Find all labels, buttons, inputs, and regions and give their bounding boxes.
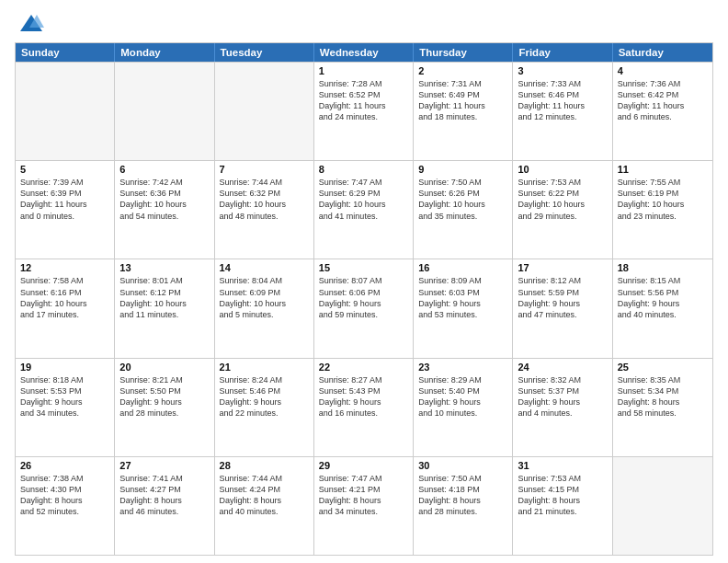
calendar-day-cell: 7Sunrise: 7:44 AM Sunset: 6:32 PM Daylig… (215, 161, 314, 259)
calendar-header: SundayMondayTuesdayWednesdayThursdayFrid… (16, 43, 712, 62)
calendar-day-cell: 27Sunrise: 7:41 AM Sunset: 4:27 PM Dayli… (115, 457, 214, 555)
day-info: Sunrise: 8:01 AM Sunset: 6:12 PM Dayligh… (119, 275, 209, 320)
day-info: Sunrise: 7:36 AM Sunset: 6:42 PM Dayligh… (618, 78, 708, 123)
day-number: 8 (319, 164, 408, 175)
weekday-header: Wednesday (314, 43, 414, 62)
calendar-day-cell: 26Sunrise: 7:38 AM Sunset: 4:30 PM Dayli… (16, 457, 115, 555)
day-number: 18 (618, 262, 708, 273)
calendar-day-cell: 28Sunrise: 7:44 AM Sunset: 4:24 PM Dayli… (215, 457, 314, 555)
calendar-day-cell: 23Sunrise: 8:29 AM Sunset: 5:40 PM Dayli… (414, 359, 513, 456)
calendar-day-cell: 20Sunrise: 8:21 AM Sunset: 5:50 PM Dayli… (115, 359, 214, 456)
day-info: Sunrise: 7:53 AM Sunset: 4:15 PM Dayligh… (518, 473, 607, 518)
empty-cell (115, 63, 214, 160)
day-number: 3 (518, 65, 607, 76)
calendar-day-cell: 14Sunrise: 8:04 AM Sunset: 6:09 PM Dayli… (215, 259, 314, 357)
day-info: Sunrise: 7:42 AM Sunset: 6:36 PM Dayligh… (119, 177, 209, 222)
day-info: Sunrise: 7:44 AM Sunset: 4:24 PM Dayligh… (220, 473, 309, 518)
day-info: Sunrise: 7:41 AM Sunset: 4:27 PM Dayligh… (119, 473, 209, 518)
calendar-day-cell: 8Sunrise: 7:47 AM Sunset: 6:29 PM Daylig… (314, 161, 414, 259)
calendar-row: 12Sunrise: 7:58 AM Sunset: 6:16 PM Dayli… (16, 259, 712, 357)
day-info: Sunrise: 8:12 AM Sunset: 5:59 PM Dayligh… (518, 275, 607, 320)
calendar-day-cell: 25Sunrise: 8:35 AM Sunset: 5:34 PM Dayli… (613, 359, 712, 456)
calendar-day-cell: 17Sunrise: 8:12 AM Sunset: 5:59 PM Dayli… (513, 259, 612, 357)
day-number: 1 (319, 65, 408, 76)
day-info: Sunrise: 8:35 AM Sunset: 5:34 PM Dayligh… (618, 374, 708, 419)
day-info: Sunrise: 7:31 AM Sunset: 6:49 PM Dayligh… (418, 78, 507, 123)
calendar-row: 19Sunrise: 8:18 AM Sunset: 5:53 PM Dayli… (16, 358, 712, 456)
day-info: Sunrise: 7:44 AM Sunset: 6:32 PM Dayligh… (220, 177, 309, 222)
day-info: Sunrise: 7:47 AM Sunset: 6:29 PM Dayligh… (319, 177, 408, 222)
day-info: Sunrise: 8:07 AM Sunset: 6:06 PM Dayligh… (319, 275, 408, 320)
calendar-day-cell: 24Sunrise: 8:32 AM Sunset: 5:37 PM Dayli… (513, 359, 612, 456)
day-number: 15 (319, 262, 408, 273)
day-info: Sunrise: 7:33 AM Sunset: 6:46 PM Dayligh… (518, 78, 607, 123)
day-number: 12 (20, 262, 109, 273)
calendar-day-cell: 29Sunrise: 7:47 AM Sunset: 4:21 PM Dayli… (314, 457, 414, 555)
day-info: Sunrise: 8:15 AM Sunset: 5:56 PM Dayligh… (618, 275, 708, 320)
calendar-row: 1Sunrise: 7:28 AM Sunset: 6:52 PM Daylig… (16, 62, 712, 160)
day-info: Sunrise: 8:24 AM Sunset: 5:46 PM Dayligh… (220, 374, 309, 419)
calendar-day-cell: 18Sunrise: 8:15 AM Sunset: 5:56 PM Dayli… (613, 259, 712, 357)
weekday-header: Friday (513, 43, 612, 62)
day-number: 30 (418, 460, 507, 471)
day-number: 23 (418, 362, 507, 373)
calendar-day-cell: 19Sunrise: 8:18 AM Sunset: 5:53 PM Dayli… (16, 359, 115, 456)
day-number: 20 (119, 362, 209, 373)
day-number: 11 (618, 164, 708, 175)
day-number: 16 (418, 262, 507, 273)
day-info: Sunrise: 7:47 AM Sunset: 4:21 PM Dayligh… (319, 473, 408, 518)
calendar-day-cell: 12Sunrise: 7:58 AM Sunset: 6:16 PM Dayli… (16, 259, 115, 357)
day-number: 10 (518, 164, 607, 175)
calendar: SundayMondayTuesdayWednesdayThursdayFrid… (15, 42, 713, 556)
day-info: Sunrise: 7:58 AM Sunset: 6:16 PM Dayligh… (20, 275, 109, 320)
day-info: Sunrise: 8:32 AM Sunset: 5:37 PM Dayligh… (518, 374, 607, 419)
day-info: Sunrise: 7:53 AM Sunset: 6:22 PM Dayligh… (518, 177, 607, 222)
day-number: 26 (20, 460, 109, 471)
day-info: Sunrise: 7:38 AM Sunset: 4:30 PM Dayligh… (20, 473, 109, 518)
calendar-day-cell: 22Sunrise: 8:27 AM Sunset: 5:43 PM Dayli… (314, 359, 414, 456)
day-number: 5 (20, 164, 109, 175)
day-number: 4 (618, 65, 708, 76)
empty-cell (16, 63, 115, 160)
weekday-header: Tuesday (215, 43, 314, 62)
day-info: Sunrise: 8:18 AM Sunset: 5:53 PM Dayligh… (20, 374, 109, 419)
day-number: 24 (518, 362, 607, 373)
day-number: 21 (220, 362, 309, 373)
weekday-header: Sunday (16, 43, 115, 62)
weekday-header: Saturday (613, 43, 712, 62)
day-info: Sunrise: 8:04 AM Sunset: 6:09 PM Dayligh… (220, 275, 309, 320)
empty-cell (613, 457, 712, 555)
calendar-day-cell: 6Sunrise: 7:42 AM Sunset: 6:36 PM Daylig… (115, 161, 214, 259)
calendar-body: 1Sunrise: 7:28 AM Sunset: 6:52 PM Daylig… (16, 62, 712, 555)
calendar-day-cell: 31Sunrise: 7:53 AM Sunset: 4:15 PM Dayli… (513, 457, 612, 555)
day-info: Sunrise: 8:29 AM Sunset: 5:40 PM Dayligh… (418, 374, 507, 419)
day-number: 17 (518, 262, 607, 273)
day-info: Sunrise: 7:55 AM Sunset: 6:19 PM Dayligh… (618, 177, 708, 222)
day-number: 22 (319, 362, 408, 373)
header (15, 11, 713, 37)
day-info: Sunrise: 8:21 AM Sunset: 5:50 PM Dayligh… (119, 374, 209, 419)
day-info: Sunrise: 7:50 AM Sunset: 4:18 PM Dayligh… (418, 473, 507, 518)
day-info: Sunrise: 8:27 AM Sunset: 5:43 PM Dayligh… (319, 374, 408, 419)
day-info: Sunrise: 8:09 AM Sunset: 6:03 PM Dayligh… (418, 275, 507, 320)
calendar-day-cell: 5Sunrise: 7:39 AM Sunset: 6:39 PM Daylig… (16, 161, 115, 259)
calendar-day-cell: 11Sunrise: 7:55 AM Sunset: 6:19 PM Dayli… (613, 161, 712, 259)
calendar-day-cell: 3Sunrise: 7:33 AM Sunset: 6:46 PM Daylig… (513, 63, 612, 160)
day-number: 27 (119, 460, 209, 471)
day-number: 19 (20, 362, 109, 373)
day-number: 7 (220, 164, 309, 175)
calendar-day-cell: 9Sunrise: 7:50 AM Sunset: 6:26 PM Daylig… (414, 161, 513, 259)
weekday-header: Monday (115, 43, 214, 62)
day-number: 13 (119, 262, 209, 273)
day-number: 9 (418, 164, 507, 175)
calendar-day-cell: 13Sunrise: 8:01 AM Sunset: 6:12 PM Dayli… (115, 259, 214, 357)
day-info: Sunrise: 7:50 AM Sunset: 6:26 PM Dayligh… (418, 177, 507, 222)
day-number: 6 (119, 164, 209, 175)
day-number: 25 (618, 362, 708, 373)
day-number: 31 (518, 460, 607, 471)
day-number: 28 (220, 460, 309, 471)
calendar-day-cell: 30Sunrise: 7:50 AM Sunset: 4:18 PM Dayli… (414, 457, 513, 555)
weekday-header: Thursday (414, 43, 513, 62)
day-number: 2 (418, 65, 507, 76)
logo (15, 11, 44, 37)
